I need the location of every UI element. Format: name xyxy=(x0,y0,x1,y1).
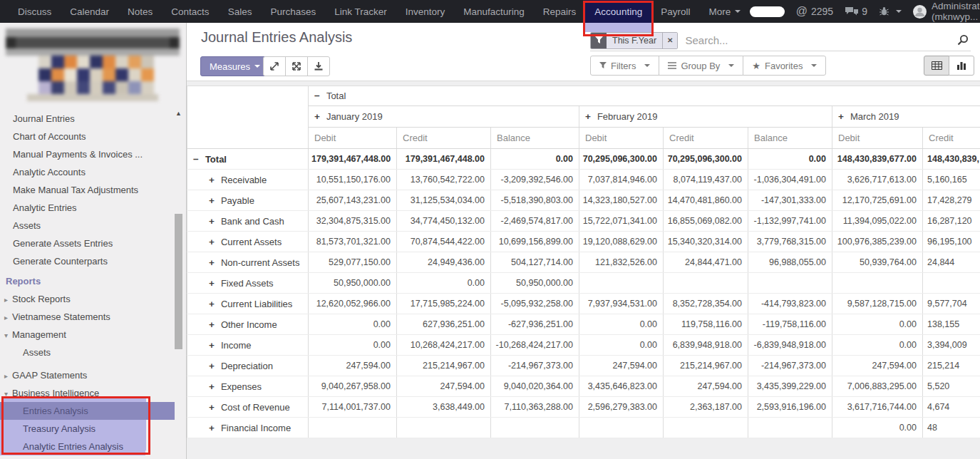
expand-icon[interactable]: + xyxy=(209,299,215,309)
sidebar-item-entries-analysis[interactable]: Entries Analysis xyxy=(0,402,175,420)
pivot-cell[interactable]: 96,195,100 xyxy=(923,232,980,252)
pivot-cell[interactable]: 215,214,967.00 xyxy=(664,356,748,376)
sidebar-item-stock-reports[interactable]: ▸Stock Reports xyxy=(0,290,186,308)
sidebar-item-analytic-entries-analysis[interactable]: Analytic Entries Analysis xyxy=(0,438,145,455)
pivot-cell[interactable]: 0.00 xyxy=(397,273,491,294)
collapse-icon[interactable]: − xyxy=(193,154,199,165)
expand-icon[interactable]: + xyxy=(209,195,215,206)
pivot-cell[interactable]: 7,110,363,288.00 xyxy=(491,397,579,418)
sidebar-item-treasury-analysis[interactable]: Treasury Analysis xyxy=(0,420,145,438)
expand-all-button[interactable] xyxy=(263,56,286,76)
pivot-cell[interactable]: 247,594.00 xyxy=(832,356,923,376)
pivot-cell[interactable]: 70,295,096,300.00 xyxy=(664,149,748,170)
activities-counter[interactable]: @ 2295 xyxy=(796,5,833,18)
measure-header-credit[interactable]: Credit xyxy=(397,128,491,149)
collapse-icon[interactable]: − xyxy=(314,91,320,101)
expand-icon[interactable]: + xyxy=(209,319,215,330)
expand-icon[interactable]: + xyxy=(209,361,215,371)
menu-purchases[interactable]: Purchases xyxy=(261,0,325,23)
expand-icon[interactable]: + xyxy=(209,216,215,227)
pivot-cell[interactable]: 0.00 xyxy=(309,335,397,356)
pivot-cell[interactable]: 0.00 xyxy=(832,418,923,438)
group-by-button[interactable]: Group By xyxy=(659,56,743,76)
pivot-cell[interactable]: 50,939,764.00 xyxy=(832,252,923,273)
pivot-cell[interactable]: -1,036,304,491.00 xyxy=(748,170,832,190)
pivot-col-february[interactable]: +February 2019 xyxy=(579,106,832,128)
expand-icon[interactable]: + xyxy=(209,257,215,268)
expand-icon[interactable]: + xyxy=(838,111,844,122)
pivot-cell[interactable]: 3,394,009 xyxy=(923,335,980,356)
pivot-cell[interactable]: 17,715,985,224.00 xyxy=(397,294,491,314)
expand-icon[interactable]: + xyxy=(209,237,215,247)
pivot-cell[interactable]: 10,551,150,176.00 xyxy=(309,170,397,190)
menu-manufacturing[interactable]: Manufacturing xyxy=(454,0,534,23)
pivot-cell[interactable]: 8,074,119,437.00 xyxy=(664,170,748,190)
pivot-cell[interactable]: 9,587,128,715.00 xyxy=(832,294,923,314)
pivot-cell[interactable]: 627,936,251.00 xyxy=(397,314,491,335)
expand-icon[interactable]: + xyxy=(209,381,215,392)
pivot-cell[interactable]: 15,722,071,341.00 xyxy=(579,211,664,232)
pivot-cell[interactable]: 2,593,916,196.00 xyxy=(748,397,832,418)
pivot-cell[interactable]: -119,758,116.00 xyxy=(748,314,832,335)
pivot-cell[interactable]: 3,435,399,229.00 xyxy=(748,376,832,397)
pivot-cell[interactable]: 96,988,055.00 xyxy=(748,252,832,273)
pivot-cell[interactable]: 19,120,088,629.00 xyxy=(579,232,664,252)
menu-calendar[interactable]: Calendar xyxy=(61,0,118,23)
sidebar-item-vietnamese-statements[interactable]: ▸Vietnamese Statements xyxy=(0,308,186,326)
pivot-cell[interactable]: 16,855,069,082.00 xyxy=(664,211,748,232)
pivot-cell[interactable]: 100,976,385,239.00 xyxy=(832,232,923,252)
pivot-cell[interactable]: 7,114,001,737.00 xyxy=(309,397,397,418)
pivot-cell[interactable] xyxy=(579,418,664,438)
pivot-cell[interactable]: -3,209,392,546.00 xyxy=(491,170,579,190)
pivot-cell[interactable]: 148,430,839,677.00 xyxy=(832,149,923,170)
expand-icon[interactable]: + xyxy=(314,111,320,122)
pivot-row-header[interactable]: +Depreciation xyxy=(187,356,309,376)
measure-header-balance[interactable]: Balance xyxy=(748,128,832,149)
measure-header-debit[interactable]: Debit xyxy=(309,128,397,149)
sidebar-item-management[interactable]: ▾Management xyxy=(0,326,186,344)
pivot-cell[interactable]: -214,967,373.00 xyxy=(491,356,579,376)
pivot-cell[interactable] xyxy=(664,418,748,438)
pivot-cell[interactable]: 0.00 xyxy=(579,335,664,356)
expand-icon[interactable]: + xyxy=(209,340,215,351)
menu-link-tracker[interactable]: Link Tracker xyxy=(325,0,396,23)
pivot-cell[interactable]: 7,006,883,295.00 xyxy=(832,376,923,397)
pivot-cell[interactable]: 529,077,150.00 xyxy=(309,252,397,273)
menu-payroll[interactable]: Payroll xyxy=(651,0,699,23)
pivot-cell[interactable]: 3,617,716,744.00 xyxy=(832,397,923,418)
sidebar-scrollbar[interactable]: ▲ xyxy=(174,110,183,456)
pivot-row-header[interactable]: −Total xyxy=(187,149,309,170)
search-facet[interactable]: This F.Year ✕ xyxy=(590,32,678,49)
pivot-cell[interactable]: 11,394,095,022.00 xyxy=(832,211,923,232)
expand-icon[interactable]: + xyxy=(209,175,215,185)
pivot-cell[interactable]: 148,430,839, xyxy=(923,149,980,170)
download-button[interactable] xyxy=(307,56,330,76)
pivot-row-header[interactable]: +Current Liabilities xyxy=(187,294,309,314)
pivot-cell[interactable]: 215,214,967.00 xyxy=(397,356,491,376)
pivot-grand-column[interactable]: −Total xyxy=(309,86,980,106)
pivot-cell[interactable]: 247,594.00 xyxy=(397,376,491,397)
pivot-cell[interactable]: 70,295,096,300.00 xyxy=(579,149,664,170)
pivot-view-button[interactable] xyxy=(924,56,949,76)
sidebar-item-analytic-accounts[interactable]: Analytic Accounts xyxy=(0,163,186,181)
pivot-cell[interactable]: -627,936,251.00 xyxy=(491,314,579,335)
pivot-cell[interactable]: 12,620,052,966.00 xyxy=(309,294,397,314)
sidebar-item-chart-of-accounts[interactable]: Chart of Accounts xyxy=(0,128,186,145)
pivot-cell[interactable]: 0.00 xyxy=(748,149,832,170)
sidebar-item-gaap-statements[interactable]: ▸GAAP Statements xyxy=(0,366,186,384)
pivot-cell[interactable]: 8,352,728,354.00 xyxy=(664,294,748,314)
pivot-cell[interactable]: 247,594.00 xyxy=(664,376,748,397)
pivot-cell[interactable]: 50,950,000.00 xyxy=(309,273,397,294)
sidebar-item-analytic-entries[interactable]: Analytic Entries xyxy=(0,199,186,217)
expand-icon[interactable]: + xyxy=(209,423,215,433)
pivot-cell[interactable]: 10,699,156,899.00 xyxy=(491,232,579,252)
measure-header-debit[interactable]: Debit xyxy=(832,128,923,149)
menu-discuss[interactable]: Discuss xyxy=(9,0,61,23)
pivot-cell[interactable]: 247,594.00 xyxy=(579,356,664,376)
pivot-cell[interactable]: 24,949,436.00 xyxy=(397,252,491,273)
pivot-cell[interactable]: 0.00 xyxy=(832,335,923,356)
pivot-cell[interactable]: 70,874,544,422.00 xyxy=(397,232,491,252)
pivot-cell[interactable]: 17,428,279 xyxy=(923,190,980,211)
facet-remove-icon[interactable]: ✕ xyxy=(662,33,677,48)
pivot-cell[interactable]: 13,760,542,722.00 xyxy=(397,170,491,190)
